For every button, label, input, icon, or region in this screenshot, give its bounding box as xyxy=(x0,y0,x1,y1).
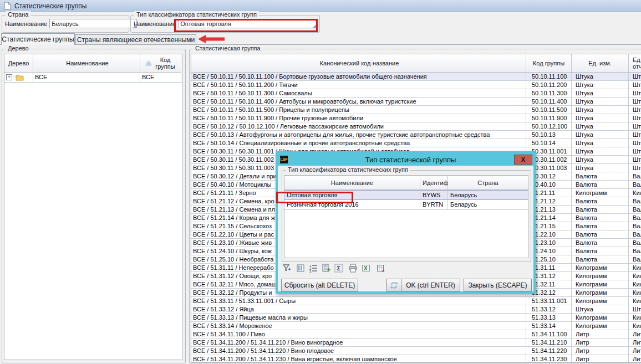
tree-col-header-group-code[interactable]: Код группы xyxy=(140,54,181,73)
tree-cell-expand: + ·· xyxy=(4,73,33,82)
cell-report-unit: Килограмм xyxy=(629,272,641,280)
cell-unit: Штука xyxy=(572,122,629,130)
dialog-statistical-group-type: LSF Тип статистической группы X Тип клас… xyxy=(276,151,536,294)
dialog-col-header-country[interactable]: Страна xyxy=(448,176,528,190)
col-header-report-unit[interactable]: Ед. отч xyxy=(629,54,641,73)
cell-canonical-name: ВСЕ / 51.33.14 / Мороженое xyxy=(191,322,526,330)
export-excel-icon[interactable]: X xyxy=(361,263,371,273)
cell-unit: Штука xyxy=(572,131,629,139)
cell-unit: Валюта xyxy=(572,255,629,263)
svg-text:Σ: Σ xyxy=(337,265,341,271)
table-row[interactable]: ВСЕ / 51.34.11.200 / 51.34.11.230 / Вина… xyxy=(191,355,641,363)
cell-group-code: 51.34.11.230 xyxy=(526,355,572,363)
cell-report-unit: Штука xyxy=(629,122,641,130)
cell-report-unit: Штука xyxy=(629,73,641,80)
column-chooser-icon[interactable] xyxy=(296,263,306,273)
cell-report-unit: Валюта xyxy=(629,239,641,247)
table-row[interactable]: ВСЕ / 50.10.11 / 50.10.11.300 / Самосвал… xyxy=(191,89,641,98)
tree-col-header-tree[interactable]: Дерево xyxy=(4,54,33,73)
cell-group-code: 51.34.11.210 xyxy=(526,339,572,346)
remove-grouping-icon[interactable]: x xyxy=(376,263,386,273)
cell-report-unit: Валюта xyxy=(629,247,641,255)
table-row[interactable]: ВСЕ / 51.33.13 / Пищевые масла и жиры51.… xyxy=(191,314,641,322)
window-document-icon xyxy=(4,2,11,10)
table-row[interactable]: ВСЕ / 50.10.11 / 50.10.11.200 / Тягачи50… xyxy=(191,81,641,89)
table-row[interactable]: ВСЕ / 51.34.11.200 / 51.34.11.220 / Вино… xyxy=(191,347,641,355)
table-row[interactable]: ВСЕ / 51.33.11 / 51.33.11.001 / Сыры51.3… xyxy=(191,297,641,305)
statgroup-group-title: Статистическая группа xyxy=(193,45,263,52)
sum-icon[interactable]: Σ xyxy=(334,263,344,273)
dialog-table-row[interactable]: Оптовая торговляBYWSБеларусь xyxy=(284,190,528,200)
col-header-unit[interactable]: Ед. изм. xyxy=(572,54,629,73)
cell-group-code: 50.10.11.300 xyxy=(526,89,572,97)
cell-unit: Штука xyxy=(572,156,629,163)
cell-unit: Валюта xyxy=(572,239,629,247)
tab-statistical-groups[interactable]: Статистические группы xyxy=(1,33,75,45)
sort-order-icon[interactable]: 123 xyxy=(308,263,318,273)
dialog-table-row[interactable]: Розничная торговля 2016BYRTNБеларусь xyxy=(284,200,528,210)
cell-canonical-name: ВСЕ / 50.10.13 / Автофургоны и автоприце… xyxy=(191,131,526,139)
col-header-group-code[interactable]: Код группы xyxy=(526,54,572,73)
cell-unit: Килограмм xyxy=(572,297,629,305)
close-button[interactable]: Закрыть (ESCAPE) xyxy=(464,279,532,291)
tree-col-header-name[interactable]: Наименование xyxy=(33,54,140,73)
table-row[interactable]: ВСЕ / 50.10.11 / 50.10.11.500 / Прицепы … xyxy=(191,106,641,114)
table-row[interactable]: ВСЕ / 51.33.12 / Яйца51.33.12ШтукаШтука xyxy=(191,305,641,314)
table-row[interactable]: ВСЕ / 50.10.13 / Автофургоны и автоприце… xyxy=(191,131,641,139)
svg-text:3: 3 xyxy=(309,270,312,273)
cell-report-unit: Штука xyxy=(629,131,641,139)
table-row[interactable]: ВСЕ / 50.10.12 / 50.10.12.100 / Легковые… xyxy=(191,122,641,131)
dialog-col-header-identifier[interactable]: Идентиф xyxy=(420,176,448,190)
cell-group-code: 51.33.14 xyxy=(526,322,572,330)
cell-report-unit: Штука xyxy=(629,81,641,89)
cell-group-code: 50.10.12.100 xyxy=(526,122,572,130)
table-row[interactable]: ВСЕ / 50.10.11 / 50.10.11.900 / Прочие г… xyxy=(191,114,641,122)
cell-unit: Валюта xyxy=(572,214,629,222)
tree-row-vse[interactable]: + ·· ВСЕ ВСЕ xyxy=(4,73,182,83)
dialog-toolbar: 123 Σ X x xyxy=(282,263,386,273)
table-row[interactable]: ВСЕ / 51.33.14 / Мороженое51.33.14Килогр… xyxy=(191,322,641,330)
dialog-group-title: Тип классификатора статистических групп xyxy=(286,166,410,173)
cell-unit: Штука xyxy=(572,114,629,122)
cell-canonical-name: ВСЕ / 51.34.11.100 / Пиво xyxy=(191,330,526,338)
filter-add-icon[interactable] xyxy=(282,263,292,273)
refresh-button[interactable] xyxy=(386,279,401,291)
cell-unit: Литр xyxy=(572,347,629,355)
tree-cell-name: ВСЕ xyxy=(33,73,140,82)
dialog-close-button[interactable]: X xyxy=(514,155,532,165)
ok-button[interactable]: OK (ctrl ENTER) xyxy=(401,279,460,291)
cell-report-unit: Штука xyxy=(629,147,641,155)
print-icon[interactable] xyxy=(348,263,358,273)
cell-unit: Штука xyxy=(572,98,629,105)
cell-unit: Штука xyxy=(572,139,629,147)
svg-text:X: X xyxy=(364,265,368,271)
cell-report-unit: Валюта xyxy=(629,214,641,222)
dialog-col-header-name[interactable]: Наименование xyxy=(284,176,420,190)
cell-unit: Валюта xyxy=(572,222,629,230)
table-row[interactable]: ВСЕ / 50.10.11 / 50.10.11.400 / Автобусы… xyxy=(191,98,641,106)
cell-report-unit: Литр xyxy=(629,330,641,338)
cell-unit: Штука xyxy=(572,73,629,80)
table-row[interactable]: ВСЕ / 50.10.14 / Специализированные и пр… xyxy=(191,139,641,147)
classifier-name-input[interactable]: Оптовая торговля xyxy=(178,19,317,28)
tab-domestic-countries[interactable]: Страны являющиеся отечественными xyxy=(75,34,196,45)
cell-unit: Килограмм xyxy=(572,322,629,330)
tree-expand-button[interactable]: + xyxy=(6,74,12,80)
col-header-canonical-name[interactable]: Канонический код-название xyxy=(191,54,526,73)
calculator-add-icon[interactable] xyxy=(321,263,331,273)
tab-domestic-countries-label: Страны являющиеся отечественными xyxy=(77,36,195,44)
dialog-cell-identifier: BYRTN xyxy=(420,200,448,209)
cell-unit: Килограмм xyxy=(572,314,629,321)
cell-canonical-name: ВСЕ / 51.33.13 / Пищевые масла и жиры xyxy=(191,314,526,321)
cell-report-unit: Валюта xyxy=(629,206,641,213)
table-row[interactable]: ВСЕ / 51.34.11.200 / 51.34.11.210 / Вино… xyxy=(191,339,641,347)
reset-button[interactable]: Сбросить (alt DELETE) xyxy=(281,279,358,291)
cell-group-code: 50.10.11.100 xyxy=(526,73,572,80)
classifier-name-label: Наименование xyxy=(134,20,176,27)
country-name-input[interactable]: Беларусь xyxy=(49,19,137,28)
cell-report-unit: Штука xyxy=(629,89,641,97)
dialog-titlebar[interactable]: LSF Тип статистической группы X xyxy=(278,153,533,166)
table-row[interactable]: ВСЕ / 51.34.11.100 / Пиво51.34.11.100Лит… xyxy=(191,330,641,339)
table-row[interactable]: ВСЕ / 50.10.11 / 50.10.11.100 / Бортовые… xyxy=(191,73,641,81)
cell-unit: Килограмм xyxy=(572,189,629,197)
